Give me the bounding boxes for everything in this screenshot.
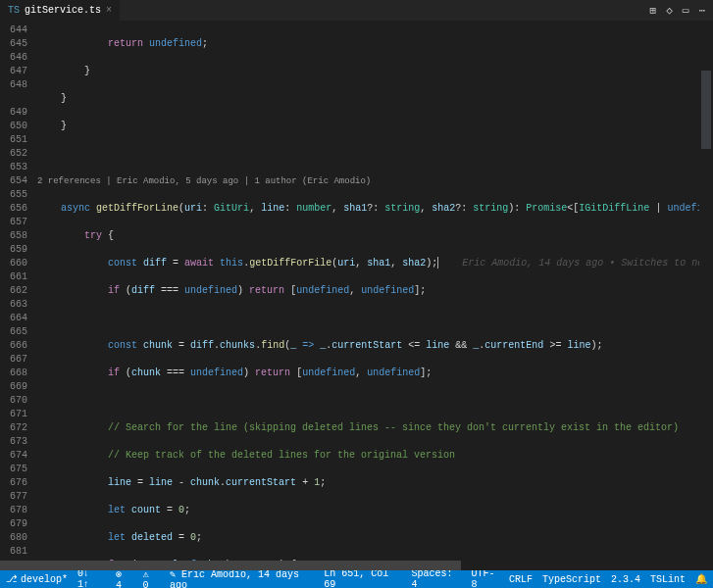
editor[interactable]: 644 645 646 647 648 649 650 651 652 653 … bbox=[0, 22, 713, 561]
errors-indicator[interactable]: ⊗ 4 bbox=[116, 568, 132, 589]
typescript-icon: TS bbox=[8, 5, 20, 16]
scrollbar-thumb[interactable] bbox=[0, 561, 461, 570]
sync-indicator[interactable]: 0↓ 1↑ bbox=[77, 568, 106, 588]
code-area[interactable]: return undefined; } } } 2 references | E… bbox=[37, 22, 699, 561]
tab-gitservice[interactable]: TS gitService.ts × bbox=[0, 0, 120, 21]
split-icon[interactable]: ▭ bbox=[683, 4, 689, 17]
indent-setting[interactable]: Spaces: 4 bbox=[412, 568, 462, 589]
more-icon[interactable]: ⋯ bbox=[698, 4, 705, 17]
eol[interactable]: CRLF bbox=[509, 568, 533, 589]
line-gutter: 644 645 646 647 648 649 650 651 652 653 … bbox=[0, 22, 37, 561]
close-icon[interactable]: × bbox=[106, 5, 112, 16]
encoding[interactable]: UTF-8 bbox=[472, 568, 499, 589]
blame-author[interactable]: ✎ Eric Amodio, 14 days ago bbox=[170, 568, 314, 589]
language-mode[interactable]: TypeScript bbox=[542, 568, 601, 589]
version[interactable]: 2.3.4 bbox=[611, 568, 640, 589]
codelens[interactable]: 2 references | Eric Amodio, 5 days ago |… bbox=[37, 174, 699, 188]
tab-actions: ⊞ ◇ ▭ ⋯ bbox=[642, 4, 714, 17]
cursor-position[interactable]: Ln 651, Col 69 bbox=[324, 568, 401, 589]
tab-label: gitService.ts bbox=[25, 5, 101, 16]
branch-indicator[interactable]: ⎇ develop* bbox=[6, 573, 68, 585]
horizontal-scrollbar[interactable] bbox=[0, 561, 713, 570]
tslint[interactable]: TSLint bbox=[650, 568, 686, 589]
bell-icon[interactable]: 🔔 bbox=[695, 568, 707, 589]
status-bar: ⎇ develop* 0↓ 1↑ ⊗ 4 ⚠ 0 ✎ Eric Amodio, … bbox=[0, 570, 713, 588]
tab-bar: TS gitService.ts × ⊞ ◇ ▭ ⋯ bbox=[0, 0, 713, 22]
compare-icon[interactable]: ⊞ bbox=[650, 4, 657, 17]
warnings-indicator[interactable]: ⚠ 0 bbox=[143, 568, 160, 589]
diff-icon[interactable]: ◇ bbox=[666, 4, 673, 17]
minimap[interactable] bbox=[699, 22, 713, 561]
